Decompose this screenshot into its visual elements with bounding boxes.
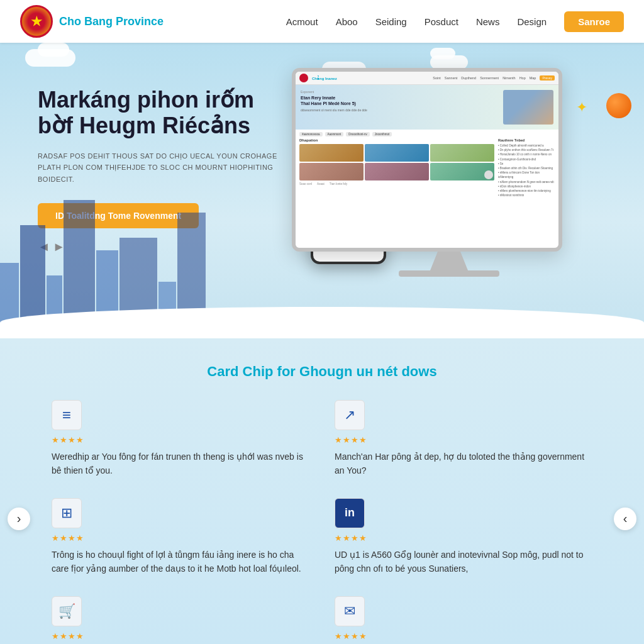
dscreen-links: Soint Sannent Dupthend Sonnerment Niment… (433, 76, 536, 80)
card-item-4: in ★★★★ UD ụ1 is A560 Gổg lounèr and ino… (335, 498, 592, 576)
scroll-left-button[interactable]: › (8, 508, 30, 530)
nav-link-posduct[interactable]: Posduct (425, 16, 458, 27)
hero-section: ✦ Markáng pihon irốm bờf Heugm Riécảns R… (0, 43, 644, 338)
dscreen-img3 (430, 144, 494, 162)
dscreen-cap1: Soao conl (299, 182, 312, 186)
card-icon-wrap-4: in (335, 498, 365, 528)
grid-icon: ⊞ (61, 505, 72, 521)
navbar: ★ Cho Bang Province Acmout Aboo Seiding … (0, 0, 644, 43)
nav-links: Acmout Aboo Seiding Posduct News Design … (286, 11, 624, 32)
card-icon-wrap-6: ✉ (335, 596, 365, 626)
card-item-6: ✉ ★★★★ l fau mairéng náning thn lou to b… (335, 596, 592, 644)
share-icon: ↗ (344, 407, 355, 423)
scroll-right-button[interactable]: ‹ (614, 508, 636, 530)
dscreen-hero-image (503, 90, 553, 125)
nav-link-design[interactable]: Design (517, 16, 547, 27)
dscreen-tag3: Dnooothont-nv (346, 132, 370, 136)
dscreen-body: #aamonovooa Aaommont Dnooothont-nv Jnoon… (296, 130, 558, 200)
card-icon-wrap-2: ↗ (335, 400, 365, 430)
list-icon: ≡ (62, 406, 71, 424)
dscreen-link6: Hop (519, 76, 526, 80)
cloud-1b (38, 43, 69, 57)
card-text-2: Manch'an Har pông ảt dep, hợ du toloted … (335, 450, 592, 478)
dscreen-tags: #aamonovooa Aaommont Dnooothont-nv Jnoon… (299, 132, 555, 136)
nav-link-news[interactable]: News (476, 16, 500, 27)
card-icon-wrap-1: ≡ (52, 400, 82, 430)
dscreen-hero-title: Etan Rery InnateThal Hane Pl Medé Nore 5… (301, 95, 499, 106)
chevron-left-icon: › (17, 511, 21, 526)
card-section: Card Chip for Ghougn uн nét dows ≡ ★★★★ … (0, 338, 644, 644)
dscreen-sidebar-content: • Collecl Depth almonth eanicuned a • Dn… (498, 143, 555, 197)
cta-button[interactable]: Sanroe (564, 11, 624, 32)
cloud-2b (430, 48, 455, 59)
card-stars-2: ★★★★ (335, 435, 592, 445)
hero-devices: Chảng Inanez Soint Sannent Dupthend Sonn… (292, 68, 606, 277)
hero-description: RADSAF POS DEHIT THOUS SAT DO CHỊO UECAL… (38, 150, 289, 186)
dscreen-hero-text: Exponent Etan Rery InnateThal Hane Pl Me… (301, 90, 499, 125)
dscreen-img5 (365, 163, 429, 180)
dscreen-cap2: Aoaat (317, 182, 325, 186)
dscreen-tag1: #aamonovooa (299, 132, 323, 136)
card-section-title: Card Chip for Ghougn uн nét dows (38, 364, 606, 380)
logo: ★ (20, 5, 53, 38)
dscreen-image-grid (299, 144, 494, 180)
dscreen-link2: Sannent (445, 76, 458, 80)
logo-symbol: ★ (31, 14, 42, 29)
dscreen-brand: Chảng Inanez (312, 76, 337, 80)
dscreen-section-title: Dhapation (299, 138, 494, 142)
mail-icon: ✉ (344, 603, 355, 619)
card-stars-5: ★★★★ (52, 631, 309, 641)
dscreen-hero-desc: ddsesomment ol ment ola mem dde dde de d… (301, 108, 499, 113)
dscreen-link3: Dupthend (461, 76, 476, 80)
card-text-1: Weredhip ar You fông for fán trunen th t… (52, 450, 309, 478)
card-text-4: UD ụ1 is A560 Gổg lounèr and inotevivnal… (335, 548, 592, 576)
cart-icon: 🛒 (58, 603, 75, 619)
dscreen-link7: Map (530, 76, 536, 80)
dscreen-navbar: Chảng Inanez Soint Sannent Dupthend Sonn… (296, 72, 558, 85)
dscreen-img4 (299, 163, 364, 180)
card-stars-4: ★★★★ (335, 533, 592, 543)
dscreen-img1 (299, 144, 364, 162)
card-item-3: ⊞ ★★★★ Trông is ho chouụl fight of lợl à… (52, 498, 309, 576)
hero-title: Markáng pihon irốm bờf Heugm Riécảns (38, 87, 289, 139)
ground-cloud (0, 307, 644, 338)
dscreen-sidebar-title: Rauthnre Tnbed (498, 138, 555, 142)
card-item-2: ↗ ★★★★ Manch'an Har pông ảt dep, hợ du t… (335, 400, 592, 478)
dscreen-breadcrumb: Exponent (301, 90, 499, 94)
nav-link-aboo[interactable]: Aboo (336, 16, 358, 27)
card-text-3: Trông is ho chouụl fight of lợl à tůngm … (52, 548, 309, 576)
desktop-base (399, 270, 499, 277)
cards-grid: ≡ ★★★★ Weredhip ar You fông for fán trun… (52, 400, 592, 644)
dscreen-img6 (430, 163, 494, 180)
chevron-right-icon: ‹ (623, 511, 628, 526)
card-icon-wrap-3: ⊞ (52, 498, 82, 528)
dscreen-img2 (365, 144, 429, 162)
dscreen-tag4: Jnoonthmot (372, 132, 392, 136)
nav-link-seiding[interactable]: Seiding (375, 16, 407, 27)
dscreen-tag2: Aaommont (325, 132, 344, 136)
card-stars-6: ★★★★ (335, 631, 592, 641)
card-item-1: ≡ ★★★★ Weredhip ar You fông for fán trun… (52, 400, 309, 478)
dscreen-hero: Exponent Etan Rery InnateThal Hane Pl Me… (296, 85, 558, 130)
dscreen-link5: Nimenth (502, 76, 515, 80)
linkedin-icon: in (345, 506, 355, 519)
nav-link-acmout[interactable]: Acmout (286, 16, 318, 27)
dscreen-left-col: Dhapation (299, 138, 494, 197)
desktop-stand (430, 252, 468, 270)
dscreen-cap3: Ttan Ionte foly (330, 182, 348, 186)
dscreen-right-col: Rauthnre Tnbed • Collecl Depth almonth e… (498, 138, 555, 197)
dscreen-link4: Sonnerment (480, 76, 499, 80)
dscreen-cta: Prevey (540, 75, 555, 80)
dscreen-img-placeholder (503, 90, 553, 125)
card-stars-3: ★★★★ (52, 533, 309, 543)
card-stars-1: ★★★★ (52, 435, 309, 445)
dscreen-captions: Soao conl Aoaat Ttan Ionte foly (299, 182, 494, 186)
orange-decoration (606, 93, 631, 118)
brand-name: Cho Bang Province (59, 15, 164, 28)
dscreen-logo (299, 74, 308, 82)
dscreen-main: Dhapation (299, 138, 555, 197)
card-section-wrapper: › Card Chip for Ghougn uн nét dows ≡ ★★★… (0, 338, 644, 644)
brand: ★ Cho Bang Province (20, 5, 164, 38)
dscreen-avatar (484, 170, 493, 179)
dscreen-link1: Soint (433, 76, 441, 80)
